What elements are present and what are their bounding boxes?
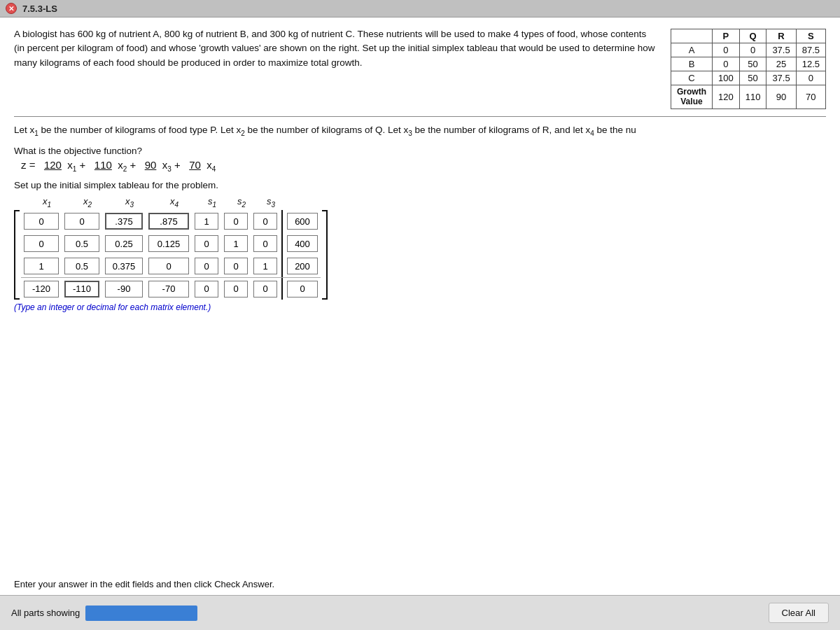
cell-r2-x1[interactable] xyxy=(24,235,59,252)
growth-q: 110 xyxy=(739,85,766,109)
table-row: C 100 50 37.5 0 xyxy=(671,71,825,85)
cell-bs: 12.5 xyxy=(796,57,825,71)
cell-ar: 37.5 xyxy=(766,43,796,57)
row-label-b: B xyxy=(671,57,712,71)
cell-ap: 0 xyxy=(712,43,739,57)
col-x3: x3 xyxy=(108,196,151,209)
cell-r1-x4[interactable] xyxy=(148,213,189,230)
col-header-r: R xyxy=(766,29,796,43)
bottom-bar: All parts showing Clear All xyxy=(0,595,840,630)
cell-r1-rhs[interactable] xyxy=(287,213,318,230)
type-note: (Type an integer or decimal for each mat… xyxy=(14,302,826,312)
matrix-obj-row xyxy=(21,277,321,300)
objective-question: What is the objective function? xyxy=(14,146,826,156)
cell-r1-x2[interactable] xyxy=(64,213,99,230)
col-x1: x1 xyxy=(27,196,67,209)
cell-cq: 50 xyxy=(739,71,766,85)
window-title: 7.5.3-LS xyxy=(22,4,57,14)
objective-section: What is the objective function? z = 120 … xyxy=(14,146,826,173)
cell-cs: 0 xyxy=(796,71,825,85)
matrix-row-1 xyxy=(21,210,321,232)
cell-cp: 100 xyxy=(712,71,739,85)
problem-text: A biologist has 600 kg of nutrient A, 80… xyxy=(14,27,657,109)
cell-r1-s1[interactable] xyxy=(195,213,218,230)
cell-r3-x1[interactable] xyxy=(24,258,59,274)
cell-r3-x2[interactable] xyxy=(64,258,99,274)
matrix-row-3 xyxy=(21,255,321,277)
cell-r2-x2[interactable] xyxy=(64,235,99,252)
variable-definition: Let x1 be the number of kilograms of foo… xyxy=(14,122,826,139)
left-bracket xyxy=(14,210,20,300)
cell-r3-s1[interactable] xyxy=(195,258,218,274)
tableau-label: Set up the initial simplex tableau for t… xyxy=(14,180,826,190)
col-header-blank xyxy=(671,29,712,43)
close-button[interactable]: ✕ xyxy=(6,3,17,14)
cell-r3-s3[interactable] xyxy=(253,258,277,274)
tableau-section: Set up the initial simplex tableau for t… xyxy=(14,180,826,312)
answer-instruction: Enter your answer in the edit fields and… xyxy=(14,579,826,589)
cell-r3-s2[interactable] xyxy=(224,258,248,274)
cell-r1-s2[interactable] xyxy=(224,213,248,230)
title-bar: ✕ 7.5.3-LS xyxy=(0,0,840,18)
growth-row: GrowthValue 120 110 90 70 xyxy=(671,85,825,109)
cell-aq: 0 xyxy=(739,43,766,57)
clear-all-button[interactable]: Clear All xyxy=(769,603,829,623)
growth-label: GrowthValue xyxy=(671,85,712,109)
cell-obj-s3[interactable] xyxy=(253,281,277,298)
nutrient-table-wrapper: P Q R S A 0 0 37.5 87.5 xyxy=(671,29,826,109)
col-x2: x2 xyxy=(67,196,108,209)
col-s2: s2 xyxy=(227,196,256,209)
content-area: A biologist has 600 kg of nutrient A, 80… xyxy=(0,18,840,326)
row-label-c: C xyxy=(671,71,712,85)
growth-r: 90 xyxy=(766,85,796,109)
parts-showing-label: All parts showing xyxy=(11,608,80,618)
table-row: B 0 50 25 12.5 xyxy=(671,57,825,71)
col-header-q: Q xyxy=(739,29,766,43)
cell-br: 25 xyxy=(766,57,796,71)
matrix-body xyxy=(21,210,321,300)
table-row: A 0 0 37.5 87.5 xyxy=(671,43,825,57)
cell-r2-x3[interactable] xyxy=(105,235,143,252)
col-x4: x4 xyxy=(151,196,197,209)
cell-bp: 0 xyxy=(712,57,739,71)
parts-showing-area: All parts showing xyxy=(11,606,197,621)
main-container: ✕ 7.5.3-LS A biologist has 600 kg of nut… xyxy=(0,0,840,630)
growth-p: 120 xyxy=(712,85,739,109)
cell-r2-x4[interactable] xyxy=(148,235,189,252)
cell-r1-x1[interactable] xyxy=(24,213,59,230)
tableau-col-headers: x1 x2 x3 x4 s1 s2 s3 xyxy=(27,196,826,209)
cell-obj-x1[interactable] xyxy=(24,281,59,298)
matrix-row-2 xyxy=(21,232,321,255)
col-s1: s1 xyxy=(197,196,227,209)
cell-r1-x3[interactable] xyxy=(105,213,143,230)
cell-obj-rhs[interactable] xyxy=(287,281,318,298)
cell-r2-s1[interactable] xyxy=(195,235,218,252)
cell-r3-x4[interactable] xyxy=(148,258,189,274)
divider xyxy=(14,116,826,117)
matrix-wrapper xyxy=(14,210,826,300)
cell-obj-x4[interactable] xyxy=(148,281,189,298)
cell-obj-x2[interactable] xyxy=(64,281,99,298)
cell-r3-rhs[interactable] xyxy=(287,258,318,274)
cell-bq: 50 xyxy=(739,57,766,71)
cell-cr: 37.5 xyxy=(766,71,796,85)
parts-progress-bar xyxy=(85,606,197,621)
cell-obj-x3[interactable] xyxy=(105,281,143,298)
footer-area: Enter your answer in the edit fields and… xyxy=(0,579,840,595)
col-header-s: S xyxy=(796,29,825,43)
cell-r2-rhs[interactable] xyxy=(287,235,318,252)
col-s3: s3 xyxy=(256,196,286,209)
problem-header: A biologist has 600 kg of nutrient A, 80… xyxy=(14,27,826,109)
cell-obj-s2[interactable] xyxy=(224,281,248,298)
cell-obj-s1[interactable] xyxy=(195,281,218,298)
cell-r2-s3[interactable] xyxy=(253,235,277,252)
cell-as: 87.5 xyxy=(796,43,825,57)
objective-formula: z = 120 x1 + 110 x2 + 90 x3 + 70 x4 xyxy=(21,159,826,173)
row-label-a: A xyxy=(671,43,712,57)
cell-r2-s2[interactable] xyxy=(224,235,248,252)
growth-s: 70 xyxy=(796,85,825,109)
col-header-p: P xyxy=(712,29,739,43)
cell-r1-s3[interactable] xyxy=(253,213,277,230)
cell-r3-x3[interactable] xyxy=(105,258,143,274)
nutrient-table: P Q R S A 0 0 37.5 87.5 xyxy=(671,29,826,109)
